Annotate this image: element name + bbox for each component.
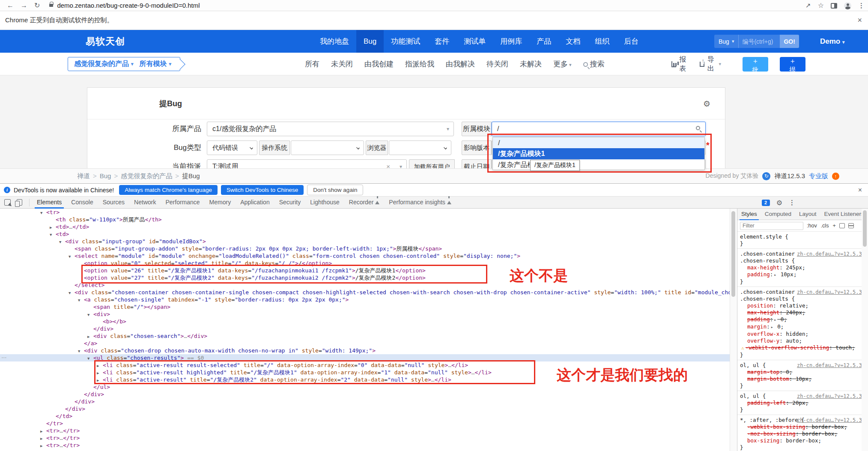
breadcrumb-提Bug[interactable]: 提Bug <box>182 172 200 179</box>
filter-由我解决[interactable]: 由我解决 <box>446 59 475 69</box>
expand-shorthand-icon[interactable]: ▸ <box>774 272 776 277</box>
code-line[interactable]: ▶<div class="chosen-search">…</div> <box>0 332 730 340</box>
quick-search-input[interactable] <box>739 35 780 48</box>
side-panel-icon[interactable] <box>831 3 837 9</box>
edition-link[interactable]: 专业版 <box>809 172 828 180</box>
devtools-tab-performance-insights[interactable]: Performance insights <box>384 197 456 209</box>
styles-scrollbar[interactable] <box>862 209 868 451</box>
nav-item-用例库[interactable]: 用例库 <box>493 30 529 53</box>
code-line[interactable]: ▶<tr>…</tr> <box>0 427 730 434</box>
css-rule[interactable]: element.style {} <box>737 232 868 249</box>
code-line[interactable]: <span class="input-group-addon" style="b… <box>0 245 730 252</box>
filter-指派给我[interactable]: 指派给我 <box>405 59 434 69</box>
nav-item-测试单[interactable]: 测试单 <box>456 30 493 53</box>
back-icon[interactable]: ← <box>7 2 14 9</box>
upgrade-icon[interactable]: ↑ <box>832 173 839 180</box>
nav-item-套件[interactable]: 套件 <box>427 30 456 53</box>
css-property[interactable]: overflow-x: hidden; <box>740 331 866 338</box>
forward-icon[interactable]: → <box>21 2 27 9</box>
avatar[interactable] <box>844 2 851 9</box>
css-property[interactable]: ⚠-webkit-overflow-scrolling: touch; <box>740 344 866 352</box>
create-bug-button[interactable]: ＋提Bug <box>780 57 805 72</box>
product-select[interactable]: c1/感觉很复杂的产品▾ <box>207 122 454 136</box>
export-link[interactable]: 导出▾ <box>700 55 721 73</box>
css-property[interactable]: box-sizing: border-box; <box>740 437 866 444</box>
report-link[interactable]: 报表 <box>671 55 688 73</box>
nav-item-组织[interactable]: 组织 <box>588 30 617 53</box>
code-line[interactable]: </div> <box>0 325 730 332</box>
breadcrumb-禅道[interactable]: 禅道 <box>77 172 90 179</box>
devtools-tab-lighthouse[interactable]: Lighthouse <box>305 197 344 209</box>
code-line[interactable]: </td> <box>0 412 730 420</box>
code-line[interactable]: <option value="0" selected="selected" ti… <box>0 260 730 267</box>
css-property[interactable]: overflow-y: auto; <box>740 338 866 344</box>
expand-arrow-icon[interactable]: ▼ <box>78 297 84 304</box>
code-line[interactable]: ▼<div> <box>0 311 730 318</box>
filter-more[interactable]: 更多 ▾ <box>553 59 572 69</box>
address-bar[interactable]: demo.zentao.net/bug-create-9-0-moduleID=… <box>49 2 200 9</box>
shadow-editor-icon[interactable] <box>839 223 845 228</box>
console-count-badge[interactable]: 2 <box>762 200 770 206</box>
css-property[interactable]: -moz-box-sizing: border-box; <box>740 430 866 437</box>
code-line[interactable]: </select> <box>0 281 730 289</box>
code-line[interactable]: </tr> <box>0 420 730 427</box>
reload-icon[interactable]: ↻ <box>34 2 40 9</box>
devtools-tab-recorder[interactable]: Recorder <box>344 197 385 209</box>
css-property[interactable]: max-height: 240px; <box>740 309 866 316</box>
expand-arrow-icon[interactable]: ▼ <box>40 209 46 217</box>
brand-logo[interactable]: 易软天创 <box>86 30 125 53</box>
code-line[interactable]: </a> <box>0 340 730 347</box>
devtools-tab-sources[interactable]: Sources <box>98 197 129 209</box>
expand-arrow-icon[interactable]: ▼ <box>87 355 93 362</box>
stylesheet-link[interactable]: zh-cn.defau…?v=12.5.3:1 <box>797 393 865 400</box>
expand-arrow-icon[interactable]: ▼ <box>78 348 84 355</box>
css-property[interactable]: padding:▸ 10px; <box>740 271 866 278</box>
expand-arrow-icon[interactable]: ▶ <box>40 442 46 450</box>
css-property[interactable]: position: relative; <box>740 302 866 309</box>
code-line[interactable]: <b></b> <box>0 318 730 325</box>
code-line[interactable]: ▼<tr> <box>0 209 730 216</box>
css-rule[interactable]: *, :after, :before {zh-cn.defau…?v=12.5.… <box>737 415 868 451</box>
nav-item-我的地盘[interactable]: 我的地盘 <box>313 30 356 53</box>
stylesheet-link[interactable]: zh-cn.defau…?v=12.5.3:1 <box>797 362 865 369</box>
filter-未关闭[interactable]: 未关闭 <box>331 59 353 69</box>
dont-show-again-button[interactable]: Don't show again <box>307 185 363 195</box>
code-line[interactable]: ▶<tr>…</tr> <box>0 442 730 449</box>
match-language-button[interactable]: Always match Chrome's language <box>119 185 218 195</box>
dropdown-option[interactable]: /复杂产品模块1 <box>493 148 704 159</box>
css-rule[interactable]: ol, ul {zh-cn.defau…?v=12.5.3:1margin-to… <box>737 360 868 391</box>
nav-item-后台[interactable]: 后台 <box>617 30 646 53</box>
devtools-tab-security[interactable]: Security <box>274 197 306 209</box>
styles-toggle-cls[interactable]: .cls <box>821 223 829 229</box>
nav-item-Bug[interactable]: Bug <box>356 30 384 53</box>
bug-type-select[interactable]: 代码错误 <box>207 140 257 155</box>
device-toolbar-icon[interactable] <box>17 199 22 206</box>
filter-待关闭[interactable]: 待关闭 <box>486 59 508 69</box>
css-rule[interactable]: .chosen-containerzh-cn.defau…?v=12.5.3:1… <box>737 287 868 360</box>
bookmark-star-icon[interactable]: ☆ <box>818 2 824 9</box>
breadcrumb-感觉很复杂的产品[interactable]: 感觉很复杂的产品 <box>121 172 172 179</box>
code-line[interactable]: <th class="w-110px">所属产品</th> <box>0 216 730 223</box>
module-search-input[interactable]: / <box>492 122 706 136</box>
expand-arrow-icon[interactable]: ▼ <box>87 311 93 319</box>
clear-icon[interactable]: × <box>386 160 390 168</box>
code-line[interactable]: <option value="26" title="/复杂产品模块1" data… <box>0 267 730 274</box>
code-line[interactable]: ▼<ul class="chosen-results"> == $0 <box>0 354 730 361</box>
os-select[interactable] <box>291 140 364 155</box>
nav-item-文档[interactable]: 文档 <box>558 30 588 53</box>
language-bar-close-icon[interactable]: × <box>858 186 862 194</box>
browser-select[interactable] <box>389 140 451 155</box>
filter-由我创建[interactable]: 由我创建 <box>364 59 394 69</box>
css-property[interactable]: max-height: 245px; <box>740 264 866 271</box>
devtools-tab-network[interactable]: Network <box>129 197 161 209</box>
code-line[interactable]: <option value="27" title="/复杂产品模块2" data… <box>0 274 730 281</box>
code-line[interactable]: ▼<div class="chosen-drop chosen-auto-max… <box>0 347 730 354</box>
css-property[interactable]: padding:▸ 0; <box>740 316 866 323</box>
user-menu[interactable]: Demo ▾ <box>820 30 845 54</box>
elements-scrollbar[interactable] <box>730 209 737 451</box>
search-scope-dropdown[interactable]: Bug▾ <box>714 35 739 48</box>
code-line[interactable]: ▼<div class="chosen-container chosen-con… <box>0 289 730 296</box>
code-line[interactable]: <span title="/"></span> <box>0 303 730 311</box>
inspect-icon[interactable] <box>4 199 11 206</box>
filter-所有[interactable]: 所有 <box>305 59 319 69</box>
